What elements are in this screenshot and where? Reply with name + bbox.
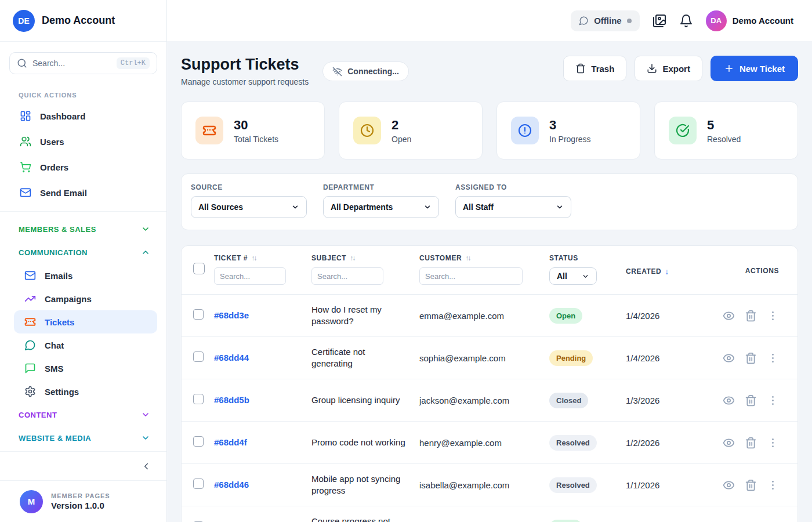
row-checkbox[interactable] <box>193 309 204 320</box>
view-icon[interactable] <box>723 479 735 491</box>
export-button[interactable]: Export <box>635 56 702 81</box>
sidebar-item-label: Emails <box>45 271 72 281</box>
page-content: Support Tickets Manage customer support … <box>167 42 812 522</box>
trending-up-icon <box>24 293 36 304</box>
delete-icon[interactable] <box>745 394 757 407</box>
sidebar-item-label: Send Email <box>40 188 87 198</box>
more-options-icon[interactable] <box>767 437 779 449</box>
delete-icon[interactable] <box>745 479 757 491</box>
stat-label: Open <box>392 135 411 144</box>
view-icon[interactable] <box>723 352 735 364</box>
stat-value: 3 <box>549 118 591 133</box>
account-title: Demo Account <box>42 14 115 27</box>
view-icon[interactable] <box>723 394 735 407</box>
ticket-id-link[interactable]: #68dd3e <box>214 310 249 320</box>
ticket-id-link[interactable]: #68dd46 <box>214 480 249 490</box>
sidebar-group-communication[interactable]: COMMUNICATION <box>0 241 166 264</box>
stat-value: 5 <box>707 118 741 133</box>
sort-desc-icon[interactable]: ↓ <box>665 267 669 276</box>
connection-status-pill[interactable]: Offline <box>571 10 640 31</box>
ticket-id-link[interactable]: #68dd44 <box>214 353 249 362</box>
row-checkbox[interactable] <box>193 351 204 362</box>
sort-icon[interactable]: ↑↓ <box>350 254 354 262</box>
account-menu[interactable]: DA Demo Account <box>706 10 793 31</box>
sidebar-item-settings[interactable]: Settings <box>14 380 157 403</box>
sidebar-footer: M MEMBER PAGES Version 1.0.0 <box>0 480 166 522</box>
offline-label: Offline <box>594 16 622 26</box>
search-input[interactable] <box>32 59 111 68</box>
quick-actions-label: QUICK ACTIONS <box>0 86 166 103</box>
alert-circle-icon <box>518 124 532 137</box>
column-header-ticket: TICKET # ↑↓ <box>214 254 311 262</box>
view-icon[interactable] <box>723 310 735 322</box>
assigned-to-select[interactable]: All Staff <box>455 196 571 218</box>
ticket-created-date: 1/4/2026 <box>626 353 713 363</box>
new-ticket-button[interactable]: New Ticket <box>710 56 798 81</box>
more-options-icon[interactable] <box>767 310 779 322</box>
ticket-id-link[interactable]: #68dd4f <box>214 437 247 447</box>
chevron-left-icon[interactable] <box>141 461 151 472</box>
download-icon <box>647 63 657 74</box>
top-header: Offline DA Demo Account <box>167 0 812 42</box>
ticket-search-input[interactable] <box>214 267 286 285</box>
sidebar-item-send-email[interactable]: Send Email <box>0 180 166 205</box>
more-options-icon[interactable] <box>767 352 779 364</box>
ticket-created-date: 1/1/2026 <box>626 480 713 490</box>
customer-search-input[interactable] <box>419 267 523 285</box>
users-icon <box>20 136 31 147</box>
sidebar-search[interactable]: Ctrl+K <box>9 52 157 74</box>
subject-search-input[interactable] <box>311 267 383 285</box>
sidebar-item-campaigns[interactable]: Campaigns <box>14 287 157 310</box>
chevron-down-icon <box>141 410 150 419</box>
delete-icon[interactable] <box>745 310 757 322</box>
sidebar-item-orders[interactable]: Orders <box>0 154 166 180</box>
row-checkbox[interactable] <box>193 394 204 404</box>
sidebar-item-emails[interactable]: Emails <box>14 264 157 287</box>
ticket-customer: sophia@example.com <box>419 353 549 363</box>
row-checkbox[interactable] <box>193 436 204 447</box>
bell-icon[interactable] <box>679 14 693 28</box>
more-options-icon[interactable] <box>767 394 779 407</box>
delete-icon[interactable] <box>745 437 757 449</box>
sidebar-group-members-sales[interactable]: MEMBERS & SALES <box>0 217 166 241</box>
chevron-down-icon <box>141 433 150 443</box>
department-select[interactable]: All Departments <box>323 196 439 218</box>
sidebar-item-dashboard[interactable]: Dashboard <box>0 103 166 129</box>
chevron-down-icon <box>556 203 564 211</box>
sidebar-group-website-media[interactable]: WEBSITE & MEDIA <box>0 426 166 449</box>
connecting-badge[interactable]: Connecting... <box>322 61 409 81</box>
delete-icon[interactable] <box>745 352 757 364</box>
trash-button[interactable]: Trash <box>563 56 626 81</box>
ticket-subject: How do I reset my password? <box>311 304 419 328</box>
ticket-icon <box>24 316 36 328</box>
status-badge: Open <box>549 308 582 324</box>
more-options-icon[interactable] <box>767 479 779 491</box>
ticket-icon <box>202 124 216 137</box>
user-avatar: DA <box>706 10 727 31</box>
ticket-subject: Certificate not generating <box>311 346 419 370</box>
ticket-subject: Course progress not updating at all <box>311 516 419 522</box>
source-select[interactable]: All Sources <box>191 196 307 218</box>
column-header-created: CREATED ↓ <box>626 267 713 276</box>
view-icon[interactable] <box>723 437 735 449</box>
stat-card-open: 2 Open <box>339 102 483 160</box>
sidebar-item-sms[interactable]: SMS <box>14 357 157 380</box>
ticket-customer: isabella@example.com <box>419 480 549 490</box>
table-row: #68dd3e How do I reset my password? emma… <box>182 295 798 337</box>
ticket-id-link[interactable]: #68dd5b <box>214 395 249 405</box>
sidebar-item-users[interactable]: Users <box>0 129 166 154</box>
plus-icon <box>724 63 734 74</box>
row-checkbox[interactable] <box>193 478 204 489</box>
sidebar-group-content[interactable]: CONTENT <box>0 403 166 426</box>
member-pages-brand: MEMBER PAGES <box>51 492 110 499</box>
chevron-up-icon <box>141 248 150 257</box>
table-row: #68dd4f Promo code not working henry@exa… <box>182 422 798 464</box>
select-all-checkbox[interactable] <box>193 263 205 274</box>
sort-icon[interactable]: ↑↓ <box>251 254 256 262</box>
sort-icon[interactable]: ↑↓ <box>465 254 470 262</box>
images-icon[interactable] <box>652 14 666 28</box>
sidebar-logo-row[interactable]: DE Demo Account <box>0 0 166 42</box>
status-filter-select[interactable]: All <box>549 267 597 285</box>
sidebar-item-chat[interactable]: Chat <box>14 334 157 357</box>
sidebar-item-tickets[interactable]: Tickets <box>14 310 157 334</box>
